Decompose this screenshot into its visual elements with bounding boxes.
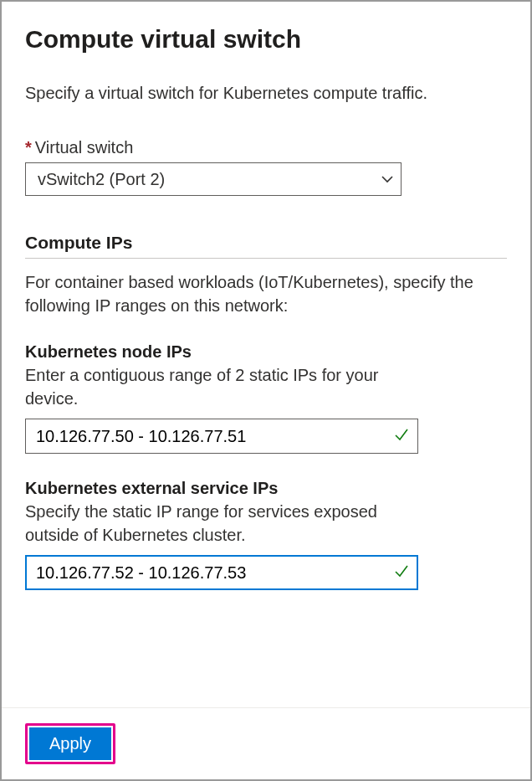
apply-highlight: Apply [25,723,115,764]
service-ips-input[interactable] [25,555,418,590]
node-ips-description: Enter a contiguous range of 2 static IPs… [25,363,410,410]
apply-button[interactable]: Apply [29,727,111,760]
page-description: Specify a virtual switch for Kubernetes … [25,84,507,103]
virtual-switch-label: * Virtual switch [25,138,507,157]
node-ips-input[interactable] [25,419,418,454]
compute-ips-heading: Compute IPs [25,233,507,259]
compute-ips-description: For container based workloads (IoT/Kuber… [25,270,507,317]
footer: Apply [2,707,530,779]
node-ips-label: Kubernetes node IPs [25,342,507,362]
page-title: Compute virtual switch [25,25,507,54]
service-ips-description: Specify the static IP range for services… [25,500,410,547]
virtual-switch-select[interactable]: vSwitch2 (Port 2) [25,162,402,196]
service-ips-label: Kubernetes external service IPs [25,479,507,498]
virtual-switch-label-text: Virtual switch [35,138,133,157]
virtual-switch-select-value[interactable]: vSwitch2 (Port 2) [25,162,402,196]
required-asterisk: * [25,138,32,157]
